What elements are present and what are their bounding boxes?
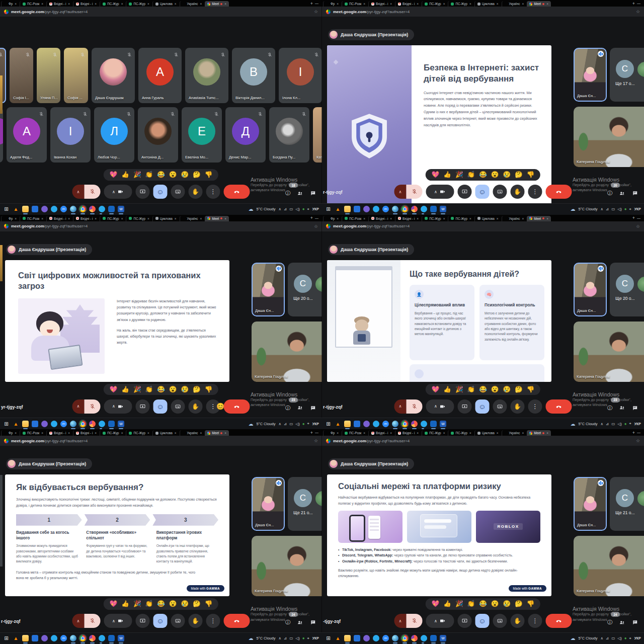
mic-tray-icon[interactable]: ⌖ <box>629 636 631 641</box>
tab-close-icon[interactable]: × <box>522 217 524 220</box>
tab-gmail-1[interactable]: M Вхідні - і × <box>46 216 72 221</box>
reaction-emoji[interactable]: 😂 <box>157 601 165 607</box>
participant-tile[interactable]: Уляна П... <box>37 48 60 103</box>
chrome-icon[interactable] <box>79 421 86 427</box>
chevron-up-icon[interactable]: ∧ <box>278 207 281 211</box>
present-button[interactable] <box>458 185 472 199</box>
reaction-emoji[interactable]: 👏 <box>145 386 153 393</box>
participant-tile[interactable]: Софія І... <box>10 48 33 103</box>
participants-icon[interactable] <box>297 405 303 411</box>
end-call-button[interactable] <box>224 185 250 199</box>
mic-muted-icon[interactable] <box>85 614 101 628</box>
browser-icon[interactable] <box>89 206 96 212</box>
weather-text[interactable]: 5°C Cloudy <box>256 422 275 426</box>
reaction-emoji[interactable]: 💖 <box>432 386 440 393</box>
task-view-icon[interactable]: ⊞ <box>325 421 332 427</box>
mic-tray-icon[interactable]: ⌖ <box>307 207 309 212</box>
tab-close-icon[interactable]: × <box>68 431 70 435</box>
task-view-icon[interactable]: ⊞ <box>325 206 332 212</box>
end-call-button[interactable] <box>546 614 572 628</box>
tab-close-icon[interactable]: × <box>15 217 17 220</box>
skype-icon[interactable] <box>51 635 57 641</box>
reactions-button[interactable]: ☺ <box>153 399 168 414</box>
tab-close-icon[interactable]: × <box>95 217 97 220</box>
chevron-up-icon[interactable]: ∧ <box>278 636 281 640</box>
participant-tile[interactable]: Богдана Пу... <box>269 107 309 163</box>
reaction-emoji[interactable]: 💖 <box>110 172 118 178</box>
reactions-button[interactable]: ☺ <box>475 614 490 628</box>
reaction-emoji[interactable]: 🤔 <box>515 601 523 607</box>
tab-ps-zhurnal-1[interactable]: ПС-Жур × <box>100 430 125 436</box>
participant-tile[interactable]: Д Денис Мар... <box>225 107 266 163</box>
mic-options-chevron-icon[interactable]: ∧ <box>394 614 407 628</box>
vlc-icon[interactable]: ▲ <box>335 206 341 212</box>
tab-clipped[interactable]: Фр × <box>323 1 341 7</box>
mic-tray-icon[interactable]: ⌖ <box>307 421 309 426</box>
tab-gmail-2[interactable]: M Вхідні - і × <box>73 1 99 7</box>
weather-text[interactable]: 5°C Cloudy <box>256 636 275 640</box>
edge-icon[interactable] <box>392 206 398 212</box>
participants-icon[interactable] <box>297 619 303 626</box>
participant-tile[interactable]: Anastasia Tumc... <box>185 48 228 103</box>
antivirus-icon[interactable]: ● <box>302 422 305 426</box>
chevron-up-icon[interactable]: ∧ <box>600 422 603 426</box>
tab-close-icon[interactable]: × <box>175 2 177 6</box>
participants-icon[interactable] <box>619 190 625 197</box>
volume-icon[interactable]: ◁) <box>295 636 299 640</box>
telegram-icon[interactable] <box>99 206 105 212</box>
mic-tray-icon[interactable]: ⌖ <box>629 421 631 426</box>
edge-icon[interactable] <box>70 421 76 427</box>
tab-close-icon[interactable]: × <box>417 217 419 220</box>
tab-ps-zhurnal-2[interactable]: ПС-Жур × <box>126 1 151 7</box>
file-explorer-icon[interactable] <box>344 206 351 212</box>
chrome-icon[interactable] <box>79 635 86 641</box>
new-tab-button[interactable]: + <box>310 430 313 435</box>
keyboard-language[interactable]: УКР <box>634 636 641 640</box>
tab-close-icon[interactable]: × <box>522 431 524 435</box>
tab-close-icon[interactable]: × <box>546 217 548 220</box>
new-tab-button[interactable]: + <box>310 215 313 220</box>
reaction-emoji[interactable]: 🤔 <box>193 386 201 393</box>
reaction-emoji[interactable]: 😢 <box>181 386 189 393</box>
meeting-info-icon[interactable]: ⓘ <box>285 405 290 412</box>
edge-icon[interactable] <box>392 635 398 641</box>
mic-muted-icon[interactable] <box>85 185 101 199</box>
tab-close-icon[interactable]: × <box>417 431 419 435</box>
browser-address-bar[interactable]: meet.google.com/pyr-tjgy-zqf?authuser=4 … <box>322 436 644 446</box>
reaction-emoji[interactable]: 💖 <box>432 601 440 607</box>
volume-icon[interactable]: ◁) <box>617 636 621 640</box>
vlc-icon[interactable]: ▲ <box>13 206 19 212</box>
reactions-button[interactable]: ☺ <box>153 614 168 628</box>
antivirus-icon[interactable]: ● <box>302 636 305 640</box>
network-icon[interactable]: ⊿ <box>284 636 287 640</box>
photos-app-icon[interactable] <box>354 421 360 427</box>
task-view-icon[interactable]: ⊞ <box>3 635 10 641</box>
tab-gmail-2[interactable]: M Вхідні - і × <box>395 1 421 7</box>
mic-tray-icon[interactable]: ⌖ <box>307 636 309 641</box>
viber-icon[interactable] <box>41 421 48 427</box>
participant-tile[interactable]: Антоніна Д... <box>138 107 178 163</box>
weather-text[interactable]: 5°C Cloudy <box>578 207 597 211</box>
tab-ps-rozklad[interactable]: ПС-Розк × <box>20 430 46 436</box>
skype-icon[interactable] <box>51 421 57 427</box>
reaction-emoji[interactable]: 🤔 <box>193 601 201 607</box>
reactions-button[interactable]: ☺ <box>475 185 490 199</box>
participant-tile[interactable]: Даша Єндрушак <box>92 48 135 103</box>
window-minimize-icon[interactable]: — <box>637 2 643 5</box>
tab-close-icon[interactable]: × <box>363 217 365 220</box>
participants-icon[interactable] <box>619 619 625 626</box>
participant-tile[interactable]: Кате... <box>313 107 322 163</box>
reactions-bar[interactable]: 💖👍🎉👏😂😮😢🤔👎 <box>104 384 218 395</box>
tab-close-icon[interactable]: × <box>443 2 445 6</box>
network-icon[interactable]: ⊿ <box>284 422 287 426</box>
reaction-emoji[interactable]: 👏 <box>467 601 475 607</box>
word-icon[interactable]: W <box>440 206 446 212</box>
display-icon[interactable]: ▭ <box>289 207 293 211</box>
more-participants-tile[interactable]: C <box>288 477 322 531</box>
keyboard-language[interactable]: УКР <box>634 422 641 426</box>
photos-app-icon[interactable] <box>32 206 38 212</box>
viber-icon[interactable] <box>363 206 370 212</box>
reaction-emoji[interactable]: 😮 <box>169 386 177 393</box>
tab-close-icon[interactable]: × <box>546 431 548 435</box>
end-call-button[interactable] <box>224 614 250 628</box>
